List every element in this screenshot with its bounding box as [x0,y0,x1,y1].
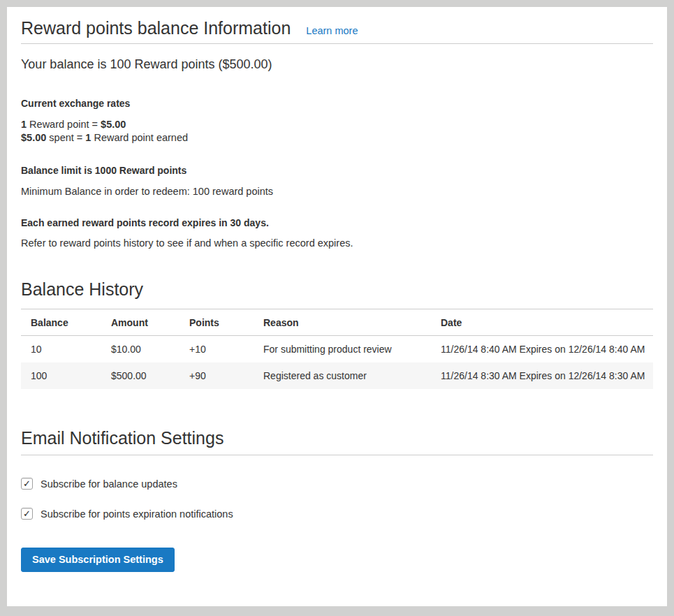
exchange-rates-heading: Current exchange rates [21,98,653,109]
cell-points: +10 [182,336,256,363]
rate1-points: 1 [21,119,27,130]
column-header-amount: Amount [104,309,182,336]
column-header-points: Points [182,309,256,336]
rate2-amount: $5.00 [21,132,46,143]
reward-points-card: Reward points balance Information Learn … [7,7,667,606]
cell-balance: 10 [21,336,104,363]
rate2-text: spent = [46,132,85,143]
rate1-amount: $5.00 [101,119,126,130]
email-settings-title: Email Notification Settings [21,428,653,448]
exchange-rates-lines: 1 Reward point = $5.00 $5.00 spent = 1 R… [21,118,653,145]
cell-reason: Registered as customer [256,362,434,389]
balance-limit-text: Balance limit is 1000 Reward points [21,165,653,176]
column-header-date: Date [434,309,653,336]
header-divider [21,43,653,44]
cell-date: 11/26/14 8:30 AM Expires on 12/26/14 8:3… [434,362,653,389]
balance-history-table: Balance Amount Points Reason Date 10 $10… [21,309,653,389]
card-header: Reward points balance Information Learn … [21,18,653,38]
balance-summary-text: Your balance is 100 Reward points ($500.… [21,57,653,72]
save-subscription-settings-button[interactable]: Save Subscription Settings [21,548,175,572]
rate1-text: Reward point = [27,119,101,130]
learn-more-link[interactable]: Learn more [306,25,358,36]
minimum-balance-text: Minimum Balance in order to redeem: 100 … [21,186,653,197]
rate2-text-end: Reward point earned [91,132,188,143]
table-row: 10 $10.00 +10 For submitting product rev… [21,336,653,363]
exchange-rate-line-1: 1 Reward point = $5.00 [21,119,126,130]
balance-history-title: Balance History [21,279,653,300]
balance-updates-checkbox[interactable]: ✓ [21,478,33,490]
balance-updates-option: ✓ Subscribe for balance updates [21,478,653,490]
cell-points: +90 [182,362,256,389]
table-header-row: Balance Amount Points Reason Date [21,309,653,336]
column-header-reason: Reason [256,309,434,336]
points-expiration-checkbox[interactable]: ✓ [21,508,33,520]
cell-balance: 100 [21,362,104,389]
checkmark-icon: ✓ [23,479,31,488]
page-title: Reward points balance Information [21,18,291,38]
exchange-rate-line-2: $5.00 spent = 1 Reward point earned [21,132,188,143]
points-expiration-option: ✓ Subscribe for points expiration notifi… [21,508,653,520]
cell-date: 11/26/14 8:40 AM Expires on 12/26/14 8:4… [434,336,653,363]
table-row: 100 $500.00 +90 Registered as customer 1… [21,362,653,389]
email-settings-divider [21,455,653,455]
expiration-hint: Refer to reward points history to see if… [21,237,653,249]
cell-reason: For submitting product review [256,336,434,363]
cell-amount: $500.00 [104,362,182,389]
cell-amount: $10.00 [104,336,182,363]
points-expiration-label[interactable]: Subscribe for points expiration notifica… [41,508,233,520]
balance-updates-label[interactable]: Subscribe for balance updates [41,478,177,490]
checkmark-icon: ✓ [23,509,31,518]
expiration-notice: Each earned reward points record expires… [21,217,653,228]
column-header-balance: Balance [21,309,104,336]
